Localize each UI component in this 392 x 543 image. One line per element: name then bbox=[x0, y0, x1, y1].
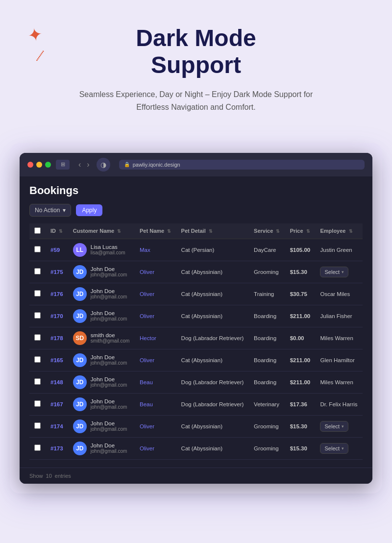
cell-employee: Justin Green bbox=[315, 239, 363, 261]
pet-name: Oliver bbox=[140, 445, 154, 451]
customer-cell: JD John Doe john@gmail.com bbox=[73, 375, 130, 389]
pet-name: Oliver bbox=[140, 313, 154, 319]
cell-price: $105.00 bbox=[285, 239, 316, 261]
url-text: pawliy.iqonic.design bbox=[133, 162, 180, 168]
theme-toggle-button[interactable]: ◑ bbox=[97, 158, 110, 172]
dot-red[interactable] bbox=[27, 162, 33, 168]
cell-service: Grooming bbox=[249, 437, 285, 459]
booking-id: #170 bbox=[50, 313, 63, 319]
row-checkbox[interactable] bbox=[34, 312, 41, 319]
spark-icon: ✦⟋ bbox=[26, 24, 50, 67]
employee-select-dropdown[interactable]: Select ▾ bbox=[320, 421, 348, 432]
service-name: Grooming bbox=[254, 445, 279, 451]
col-employee: Employee ⇅ bbox=[315, 223, 363, 239]
customer-name: John Doe bbox=[91, 420, 127, 426]
select-label: Select bbox=[324, 423, 340, 429]
pet-detail: Cat (Abyssinian) bbox=[181, 291, 222, 297]
service-name: Grooming bbox=[254, 423, 279, 429]
cell-employee: Miles Warren bbox=[315, 371, 363, 393]
url-bar[interactable]: 🔒 pawliy.iqonic.design bbox=[119, 160, 365, 170]
col-pet-detail: Pet Detail ⇅ bbox=[176, 223, 249, 239]
cell-price: $211.00 bbox=[285, 305, 316, 327]
avatar: JD bbox=[73, 375, 87, 389]
row-checkbox[interactable] bbox=[34, 334, 41, 341]
col-pet-name: Pet Name ⇅ bbox=[135, 223, 176, 239]
back-button[interactable]: ‹ bbox=[76, 160, 83, 169]
price: $15.30 bbox=[290, 445, 307, 451]
sort-icon-detail: ⇅ bbox=[209, 229, 213, 234]
employee-select-dropdown[interactable]: Select ▾ bbox=[320, 443, 348, 454]
row-checkbox[interactable] bbox=[34, 356, 41, 363]
action-dropdown[interactable]: No Action ▾ bbox=[29, 204, 71, 217]
cell-pet-detail: Cat (Persian) bbox=[176, 239, 249, 261]
customer-email: john@gmail.com bbox=[91, 426, 127, 432]
cell-pet-detail: Cat (Abyssinian) bbox=[176, 283, 249, 305]
dot-green[interactable] bbox=[45, 162, 51, 168]
row-checkbox[interactable] bbox=[34, 400, 41, 407]
cell-id: #176 bbox=[46, 283, 68, 305]
row-checkbox[interactable] bbox=[34, 246, 41, 252]
pet-detail: Cat (Abyssinian) bbox=[181, 357, 222, 363]
service-name: Training bbox=[254, 291, 274, 297]
customer-email: john@gmail.com bbox=[91, 382, 127, 388]
cell-customer: JD John Doe john@gmail.com bbox=[68, 393, 135, 415]
booking-id: #176 bbox=[50, 291, 63, 297]
cell-price: $211.00 bbox=[285, 371, 316, 393]
cell-employee: Oscar Miles bbox=[315, 283, 363, 305]
row-checkbox[interactable] bbox=[34, 290, 41, 296]
cell-customer: JD John Doe john@gmail.com bbox=[68, 283, 135, 305]
sidebar-toggle-icon[interactable]: ⊞ bbox=[56, 160, 70, 170]
cell-pet-detail: Cat (Abyssinian) bbox=[176, 349, 249, 371]
dot-yellow[interactable] bbox=[36, 162, 42, 168]
pet-detail: Cat (Abyssinian) bbox=[181, 313, 222, 319]
apply-button[interactable]: Apply bbox=[76, 204, 102, 216]
row-checkbox[interactable] bbox=[34, 378, 41, 385]
booking-id: #178 bbox=[50, 335, 63, 341]
forward-button[interactable]: › bbox=[85, 160, 91, 169]
page-header: ✦⟋ Dark Mode Support Seamless Experience… bbox=[0, 0, 392, 128]
row-checkbox[interactable] bbox=[34, 422, 41, 429]
browser-dots bbox=[27, 162, 51, 168]
cell-service: Grooming bbox=[249, 261, 285, 283]
row-checkbox-cell bbox=[29, 371, 46, 393]
price: $15.30 bbox=[290, 269, 307, 275]
customer-cell: JD John Doe john@gmail.com bbox=[73, 353, 130, 367]
cell-pet-detail: Cat (Abyssinian) bbox=[176, 261, 249, 283]
service-name: Boarding bbox=[254, 313, 276, 319]
avatar: LL bbox=[73, 243, 87, 257]
sort-icon-service: ⇅ bbox=[276, 229, 280, 234]
price: $211.00 bbox=[290, 357, 311, 363]
row-checkbox-cell bbox=[29, 327, 46, 349]
row-checkbox[interactable] bbox=[34, 268, 41, 274]
customer-email: john@gmail.com bbox=[91, 316, 127, 321]
cell-price: $15.30 bbox=[285, 261, 316, 283]
table-header-row: ID ⇅ Customer Name ⇅ Pet Name ⇅ Pet Deta… bbox=[29, 223, 363, 239]
customer-info: John Doe john@gmail.com bbox=[91, 420, 127, 432]
service-name: Boarding bbox=[254, 379, 276, 385]
table-row: #175 JD John Doe john@gmail.com Oliver C… bbox=[29, 261, 363, 283]
avatar: JD bbox=[73, 442, 87, 455]
cell-service: Training bbox=[249, 283, 285, 305]
row-checkbox-cell bbox=[29, 415, 46, 437]
cell-service: Boarding bbox=[249, 327, 285, 349]
booking-id: #59 bbox=[50, 247, 60, 253]
customer-cell: JD John Doe john@gmail.com bbox=[73, 420, 130, 433]
cell-service: DayCare bbox=[249, 239, 285, 261]
customer-name: Lisa Lucas bbox=[91, 244, 125, 250]
customer-cell: LL Lisa Lucas lisa@gmail.com bbox=[73, 243, 130, 257]
employee-name: Justin Green bbox=[320, 247, 352, 253]
customer-info: John Doe john@gmail.com bbox=[91, 376, 127, 388]
pet-name: Max bbox=[140, 247, 150, 253]
action-label: No Action bbox=[35, 207, 60, 214]
price: $15.30 bbox=[290, 423, 307, 429]
employee-name: Julian Fisher bbox=[320, 313, 352, 319]
customer-email: john@gmail.com bbox=[91, 448, 127, 454]
avatar: JD bbox=[73, 309, 87, 323]
customer-info: John Doe john@gmail.com bbox=[91, 443, 127, 454]
employee-select-dropdown[interactable]: Select ▾ bbox=[320, 267, 348, 277]
header-checkbox-cell bbox=[29, 223, 46, 239]
row-checkbox[interactable] bbox=[34, 444, 41, 451]
cell-id: #173 bbox=[46, 437, 68, 459]
booking-id: #165 bbox=[50, 357, 63, 363]
select-all-checkbox[interactable] bbox=[34, 227, 41, 234]
